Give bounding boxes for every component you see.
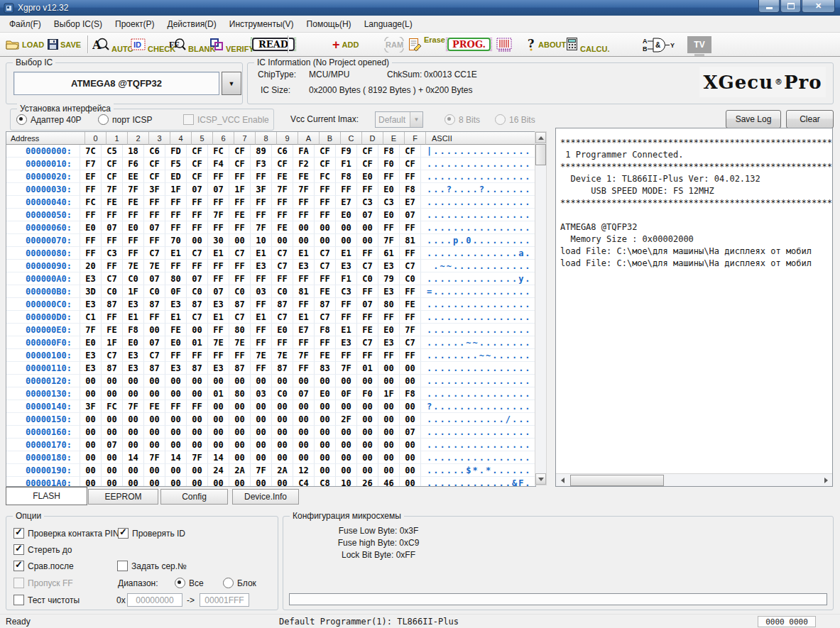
hex-col-header-0[interactable]: 0 (85, 132, 107, 145)
hex-byte[interactable]: F0 (357, 387, 378, 400)
hex-byte[interactable]: 00 (165, 387, 187, 400)
hex-byte[interactable]: 87 (102, 362, 123, 375)
hex-byte[interactable]: 07 (144, 221, 165, 234)
hex-byte[interactable]: 00 (315, 439, 336, 451)
hex-byte[interactable]: 00 (357, 464, 378, 477)
hex-byte[interactable]: 00 (315, 400, 336, 413)
hex-byte[interactable]: 7E (251, 349, 272, 362)
tab-flash[interactable]: FLASH (6, 487, 87, 505)
hex-byte[interactable]: FE (123, 196, 144, 209)
hex-byte[interactable]: FF (272, 272, 293, 285)
clear-button[interactable]: Clear (786, 110, 834, 128)
hex-byte[interactable]: FF (336, 349, 357, 362)
hex-byte[interactable]: 3F (144, 183, 165, 196)
load-button[interactable]: LOAD (6, 33, 44, 56)
blank-button[interactable]: FF BLANK (169, 33, 216, 56)
chip-test-button[interactable] (494, 33, 514, 56)
hex-byte[interactable]: E3 (80, 349, 102, 362)
hex-byte[interactable]: 00 (208, 477, 229, 487)
hex-byte[interactable]: FF (336, 183, 357, 196)
hex-byte[interactable]: FF (102, 311, 123, 324)
hex-byte[interactable]: 00 (102, 387, 123, 400)
hex-byte[interactable]: 00 (102, 451, 123, 464)
hex-byte[interactable]: 07 (102, 221, 123, 234)
hex-byte[interactable]: F9 (336, 145, 357, 158)
hex-byte[interactable]: FF (80, 234, 102, 247)
hex-byte[interactable]: 00 (357, 451, 378, 464)
hex-byte[interactable]: C7 (357, 336, 378, 349)
hex-byte[interactable]: 00 (315, 464, 336, 477)
hex-byte[interactable]: FF (102, 260, 123, 272)
hex-byte[interactable]: CF (187, 158, 208, 170)
hex-byte[interactable]: 87 (102, 298, 123, 311)
hex-byte[interactable]: E1 (208, 247, 229, 260)
hex-byte[interactable]: FF (165, 349, 187, 362)
hex-byte[interactable]: E3 (80, 298, 102, 311)
hex-byte[interactable]: 00 (208, 400, 229, 413)
hex-byte[interactable]: E0 (123, 336, 144, 349)
hex-byte[interactable]: FF (144, 234, 165, 247)
hex-byte[interactable]: 00 (123, 439, 144, 451)
hex-byte[interactable]: 00 (229, 439, 251, 451)
serial-number-checkbox[interactable]: Задать сер.№ (117, 561, 187, 571)
hex-byte[interactable]: FF (293, 298, 315, 311)
hex-byte[interactable]: F8 (123, 324, 144, 336)
tab-device-info[interactable]: Device.Info (232, 489, 299, 505)
hex-byte[interactable]: 1F (378, 387, 400, 400)
hex-byte[interactable]: 7E (144, 260, 165, 272)
hex-byte[interactable]: 1F (229, 183, 251, 196)
hex-byte[interactable]: C0 (144, 285, 165, 298)
hex-byte[interactable]: F5 (165, 158, 187, 170)
ic-select-dropdown-button[interactable] (222, 72, 241, 95)
hex-byte[interactable]: FF (315, 209, 336, 221)
hex-byte[interactable]: 00 (187, 375, 208, 387)
hex-byte[interactable]: 00 (378, 362, 400, 375)
hex-byte[interactable]: 00 (144, 464, 165, 477)
hex-byte[interactable]: 00 (251, 451, 272, 464)
hex-byte[interactable]: 2A (229, 464, 251, 477)
hex-byte[interactable]: 00 (378, 400, 400, 413)
hex-byte[interactable]: 00 (357, 234, 378, 247)
hex-byte[interactable]: 00 (102, 477, 123, 487)
icsp-vcc-checkbox[interactable]: ICSP_VCC Enable (183, 114, 269, 125)
hex-byte[interactable]: FF (272, 209, 293, 221)
hex-byte[interactable]: FF (378, 311, 400, 324)
scrollbar-thumb[interactable] (535, 144, 546, 165)
hex-byte[interactable]: FF (315, 336, 336, 349)
blank-test-checkbox[interactable]: Тест чистоты (13, 595, 80, 605)
range-block-radio[interactable]: Блок (223, 578, 256, 588)
hex-byte[interactable]: 00 (272, 426, 293, 439)
hex-byte[interactable]: 00 (272, 451, 293, 464)
hex-byte[interactable]: 00 (229, 234, 251, 247)
hex-byte[interactable]: CF (229, 145, 251, 158)
hex-byte[interactable]: 83 (315, 362, 336, 375)
hex-byte[interactable]: 18 (123, 145, 144, 158)
hex-byte[interactable]: 00 (400, 413, 421, 426)
hex-byte[interactable]: 7F (208, 209, 229, 221)
hex-byte[interactable]: FF (336, 311, 357, 324)
hex-byte[interactable]: E0 (378, 209, 400, 221)
hex-byte[interactable]: 7F (293, 183, 315, 196)
hex-byte[interactable]: 00 (80, 439, 102, 451)
hex-byte[interactable]: 12 (293, 464, 315, 477)
hex-byte[interactable]: 1F (123, 285, 144, 298)
hex-byte[interactable]: E3 (80, 272, 102, 285)
logic-gate-button[interactable]: AB&Y (643, 33, 677, 56)
hex-byte[interactable]: FF (165, 209, 187, 221)
hex-byte[interactable]: FF (400, 349, 421, 362)
hex-byte[interactable]: FF (336, 298, 357, 311)
hex-byte[interactable]: FE (144, 400, 165, 413)
icsp-port-radio[interactable]: порт ICSP (98, 114, 152, 125)
close-icon[interactable] (802, 0, 835, 13)
hex-byte[interactable]: 00 (165, 477, 187, 487)
hex-byte[interactable]: F1 (336, 272, 357, 285)
hex-byte[interactable]: 7F (336, 362, 357, 375)
scroll-left-icon[interactable] (557, 475, 568, 485)
hex-col-header-7[interactable]: 7 (234, 132, 256, 145)
tab-config[interactable]: Config (160, 489, 228, 505)
hex-byte[interactable]: 00 (400, 362, 421, 375)
hex-byte[interactable]: 80 (229, 387, 251, 400)
hex-byte[interactable]: 46 (378, 477, 400, 487)
hex-byte[interactable]: 00 (336, 426, 357, 439)
hex-byte[interactable]: 7F (102, 183, 123, 196)
